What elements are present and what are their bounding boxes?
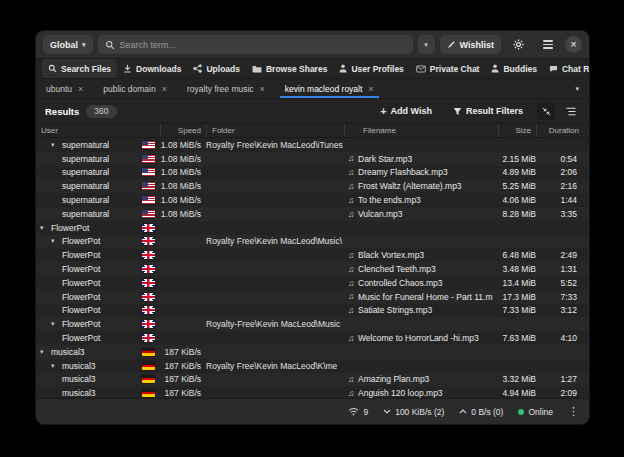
table-row[interactable]: ▾ supernatural 1.08 MiB/s ♫ Dreamy Flash… [36,166,589,180]
table-row[interactable]: ▾ musical3 187 KiB/s ♫ Anguish 120 loop.… [36,386,589,398]
table-row[interactable]: ▾ musical3 187 KiB/s Royalty Free\Kevin … [36,359,589,373]
row-speed: 1.08 MiB/s [160,167,206,177]
search-tab-label: ubuntu [46,84,72,94]
connection-stat[interactable]: 9 [348,407,368,417]
table-row[interactable]: ▾ FlowerPot ♫ [36,221,589,235]
close-icon[interactable]: × [162,84,167,94]
row-size: 3.32 MiB [498,374,536,384]
chevron-down-icon: ▾ [424,41,428,49]
results-table-body: ▾ supernatural 1.08 MiB/s Royalty Free\K… [36,138,589,398]
app-window: Global ▾ ▾ Wishlist [35,30,590,425]
column-header-folder[interactable]: Folder [206,124,344,137]
plus-icon: + [380,106,386,117]
add-wish-button[interactable]: + Add Wish [373,102,439,121]
music-note-icon: ♫ [348,334,354,343]
result-filters-label: Result Filters [466,106,523,116]
tabs-overflow-button[interactable]: ▾ [575,79,579,98]
table-row[interactable]: ▾ FlowerPot ♫ Music for Funeral Home - P… [36,290,589,304]
row-user: supernatural [62,140,109,150]
country-flag-icon [142,375,155,383]
row-duration: 1:31 [536,264,584,274]
country-flag-icon [142,155,155,163]
gear-icon [513,39,524,50]
tab-search-files[interactable]: Search Files [42,59,117,78]
table-row[interactable]: ▾ FlowerPot Royalty-Free\Kevin MacLeod\M… [36,317,589,331]
table-row[interactable]: ▾ musical3 187 KiB/s ♫ Amazing Plan.mp3 … [36,373,589,387]
row-user: musical3 [62,361,96,371]
row-duration: 4:10 [536,333,584,343]
results-count-badge: 360 [86,105,116,118]
tab-user-profiles[interactable]: User Profiles [333,59,409,78]
table-row[interactable]: ▾ FlowerPot ♫ Welcome to HorrorLand -hi.… [36,331,589,345]
column-header-duration[interactable]: Duration [536,124,584,137]
desktop-background: Global ▾ ▾ Wishlist [0,0,624,457]
search-tab-royalty-free-music[interactable]: royalty free music × [187,79,265,98]
search-history-button[interactable]: ▾ [418,35,435,54]
row-expander-icon[interactable]: ▾ [51,362,59,370]
column-header-filename[interactable]: Filename [358,124,498,137]
tab-chat-rooms[interactable]: Chat Rooms [543,59,590,78]
download-icon [123,64,132,73]
row-user: supernatural [62,195,109,205]
row-expander-icon[interactable]: ▾ [40,224,48,232]
search-tab-public-domain[interactable]: public domain × [103,79,167,98]
status-menu-button[interactable]: ⋮ [568,405,579,418]
row-duration: 2:16 [536,181,584,191]
row-expander-icon[interactable]: ▾ [51,320,59,328]
table-row[interactable]: ▾ FlowerPot ♫ Black Vortex.mp3 6.48 MiB … [36,248,589,262]
table-row[interactable]: ▾ supernatural 1.08 MiB/s Royalty Free\K… [36,138,589,152]
table-row[interactable]: ▾ supernatural 1.08 MiB/s ♫ Vulcan.mp3 8… [36,207,589,221]
table-row[interactable]: ▾ FlowerPot ♫ Satiate Strings.mp3 7.33 M… [36,304,589,318]
country-flag-icon [142,293,155,301]
table-row[interactable]: ▾ supernatural 1.08 MiB/s ♫ Dark Star.mp… [36,152,589,166]
table-row[interactable]: ▾ supernatural 1.08 MiB/s ♫ To the ends.… [36,193,589,207]
table-row[interactable]: ▾ FlowerPot ♫ Clenched Teeth.mp3 3.48 Mi… [36,262,589,276]
row-filename: Welcome to HorrorLand -hi.mp3 [358,333,498,343]
close-button[interactable]: × [565,36,582,53]
close-icon[interactable]: × [260,84,265,94]
table-row[interactable]: ▾ musical3 187 KiB/s ♫ [36,345,589,359]
search-tab-label: public domain [103,84,155,94]
preferences-button[interactable] [506,35,531,54]
main-menu-button[interactable] [536,35,560,54]
result-filters-button[interactable]: Result Filters [446,102,530,121]
column-header-flag[interactable] [136,124,160,137]
music-note-icon: ♫ [348,389,354,398]
tab-browse-shares[interactable]: Browse Shares [246,59,333,78]
row-filename: Controlled Chaos.mp3 [358,278,498,288]
search-input[interactable] [120,40,406,50]
search-tab-kevin-macleod[interactable]: kevin macleod royalt × [285,79,374,98]
column-header-fileicon[interactable] [344,124,358,137]
row-filename: Amazing Plan.mp3 [358,374,498,384]
search-icon [48,64,57,73]
search-entry[interactable] [98,35,413,54]
column-header-user[interactable]: User [36,124,136,137]
close-icon[interactable]: × [368,84,373,94]
search-tab-ubuntu[interactable]: ubuntu × [46,79,83,98]
row-expander-icon[interactable]: ▾ [51,141,59,149]
row-duration: 3:35 [536,209,584,219]
column-header-size[interactable]: Size [498,124,536,137]
row-size: 7.33 MiB [498,305,536,315]
download-speed-stat[interactable]: 100 KiB/s (2) [383,407,444,417]
tab-downloads[interactable]: Downloads [117,59,187,78]
tab-private-chat[interactable]: Private Chat [410,59,486,78]
online-status[interactable]: Online [518,407,553,417]
music-note-icon: ♫ [348,210,354,219]
column-header-speed[interactable]: Speed [160,124,206,137]
scope-dropdown-label: Global [50,40,78,50]
tab-buddies[interactable]: Buddies [485,59,543,78]
close-icon[interactable]: × [78,84,83,94]
tab-uploads[interactable]: Uploads [187,59,246,78]
scope-dropdown[interactable]: Global ▾ [43,35,93,54]
row-filename: Dark Star.mp3 [358,154,498,164]
collapse-rows-button[interactable] [537,102,555,120]
table-row[interactable]: ▾ supernatural 1.08 MiB/s ♫ Frost Waltz … [36,179,589,193]
grouping-mode-button[interactable] [562,102,580,120]
table-row[interactable]: ▾ FlowerPot ♫ Controlled Chaos.mp3 13.4 … [36,276,589,290]
row-expander-icon[interactable]: ▾ [51,237,59,245]
row-expander-icon[interactable]: ▾ [40,348,48,356]
table-row[interactable]: ▾ FlowerPot Royalty Free\Kevin MacLeod\M… [36,235,589,249]
wishlist-button[interactable]: Wishlist [440,35,501,54]
upload-speed-stat[interactable]: 0 B/s (0) [459,407,503,417]
